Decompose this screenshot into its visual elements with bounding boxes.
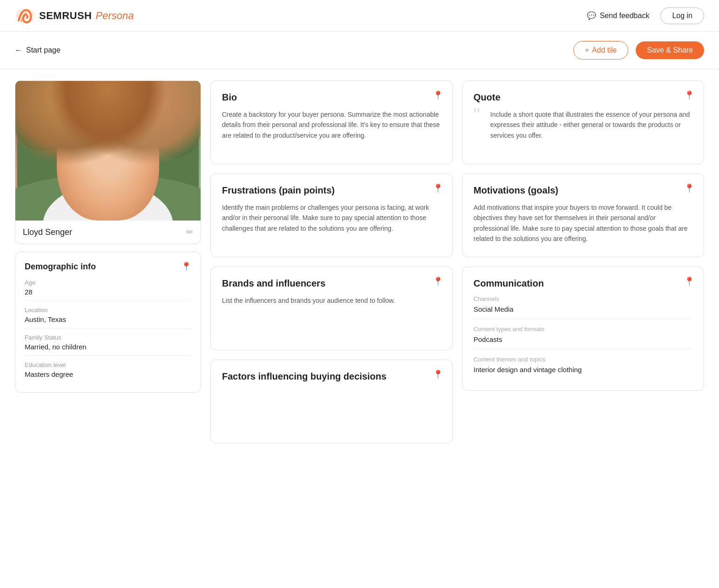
svg-point-5	[94, 207, 98, 211]
factors-hint-icon: 📍	[433, 369, 443, 380]
demographic-card: Demographic info 📍 Age 28 Location Austi…	[15, 252, 201, 393]
brands-text: List the influencers and brands your aud…	[222, 295, 441, 306]
svg-point-10	[68, 107, 148, 176]
add-tile-button[interactable]: + Add tile	[573, 41, 629, 60]
profile-photo	[15, 81, 201, 220]
brands-card: 📍 Brands and influencers List the influe…	[210, 267, 453, 350]
frustrations-card: 📍 Frustrations (pain points) Identify th…	[210, 174, 453, 257]
location-value: Austin, Texas	[25, 315, 191, 323]
demographic-card-header: Demographic info 📍	[25, 261, 191, 272]
motivations-text: Add motivations that inspire your buyers…	[474, 202, 693, 244]
motivations-card: 📍 Motivations (goals) Add motivations th…	[462, 174, 705, 257]
education-label: Education level	[25, 361, 191, 368]
family-label: Family Status	[25, 334, 191, 341]
communication-card: 📍 Communication Channels Social Media Co…	[462, 267, 705, 391]
quote-text: Include a short quote that illustrates t…	[491, 109, 693, 140]
svg-point-15	[91, 160, 102, 169]
motivations-title: Motivations (goals)	[474, 185, 693, 196]
chat-icon: 💬	[587, 11, 596, 20]
svg-point-21	[119, 163, 122, 167]
demographic-age-field: Age 28	[25, 279, 191, 301]
svg-point-3	[43, 183, 173, 220]
start-page-button[interactable]: ← Start page	[15, 46, 60, 54]
logo-text: SEMRUSH	[39, 10, 92, 22]
svg-point-19	[115, 160, 126, 169]
svg-point-25	[15, 86, 68, 151]
send-feedback-label: Send feedback	[600, 12, 650, 20]
motivations-hint-icon: 📍	[684, 183, 694, 194]
svg-point-11	[61, 125, 94, 200]
svg-rect-8	[99, 183, 117, 207]
svg-point-23	[81, 172, 98, 181]
svg-point-26	[150, 97, 201, 158]
age-label: Age	[25, 279, 191, 286]
plus-icon: +	[585, 46, 589, 54]
frustrations-hint-icon: 📍	[433, 183, 443, 194]
svg-point-24	[118, 172, 135, 181]
demographic-hint-icon: 📍	[181, 261, 191, 272]
main-content: Lloyd Senger ✏ Demographic info 📍 Age 28…	[0, 69, 719, 454]
svg-point-16	[93, 161, 100, 168]
education-value: Masters degree	[25, 370, 191, 378]
svg-point-22	[121, 163, 122, 165]
bio-card: 📍 Bio Create a backstory for your buyer …	[210, 80, 453, 164]
svg-point-2	[15, 174, 201, 220]
logo-area: SEMRUSH Persona	[15, 7, 134, 24]
family-value: Married, no children	[25, 343, 191, 351]
logo-persona: Persona	[96, 10, 134, 22]
right-column: 📍 Quote " Include a short quote that ill…	[462, 80, 705, 443]
svg-point-12	[122, 125, 155, 200]
demographic-location-field: Location Austin, Texas	[25, 307, 191, 328]
center-column: 📍 Bio Create a backstory for your buyer …	[210, 80, 453, 443]
svg-point-17	[94, 163, 98, 167]
header: SEMRUSH Persona 💬 Send feedback Log in	[0, 0, 719, 32]
send-feedback-button[interactable]: 💬 Send feedback	[587, 11, 650, 20]
quote-title: Quote	[474, 92, 693, 103]
frustrations-title: Frustrations (pain points)	[222, 185, 441, 196]
demographic-family-field: Family Status Married, no children	[25, 334, 191, 356]
toolbar-right: + Add tile Save & Share	[573, 41, 704, 60]
content-themes-value: Interior design and vintage clothing	[474, 366, 693, 374]
profile-name-row: Lloyd Senger ✏	[15, 220, 201, 244]
factors-card: 📍 Factors influencing buying decisions	[210, 360, 453, 443]
quote-hint-icon: 📍	[684, 90, 694, 100]
channels-label: Channels	[474, 295, 693, 302]
start-page-label: Start page	[26, 46, 60, 54]
frustrations-text: Identify the main problems or challenges…	[222, 202, 441, 234]
edit-pencil-icon[interactable]: ✏	[186, 227, 193, 237]
svg-point-18	[96, 163, 98, 165]
profile-card: Lloyd Senger ✏	[15, 80, 201, 244]
channels-field: Channels Social Media	[474, 295, 693, 319]
login-button[interactable]: Log in	[660, 7, 704, 24]
age-value: 28	[25, 288, 191, 296]
demographic-title: Demographic info	[25, 262, 96, 272]
bio-hint-icon: 📍	[433, 90, 443, 100]
svg-point-9	[73, 127, 143, 207]
bio-title: Bio	[222, 92, 441, 103]
communication-hint-icon: 📍	[684, 276, 694, 287]
svg-point-7	[106, 219, 110, 220]
factors-title: Factors influencing buying decisions	[222, 371, 441, 382]
channels-value: Social Media	[474, 305, 693, 313]
quote-mark-icon: "	[474, 106, 480, 124]
add-tile-label: Add tile	[592, 46, 617, 54]
communication-title: Communication	[474, 278, 693, 289]
svg-point-6	[117, 211, 122, 216]
brands-title: Brands and influencers	[222, 278, 441, 289]
save-share-button[interactable]: Save & Share	[636, 41, 704, 59]
quote-card: 📍 Quote " Include a short quote that ill…	[462, 80, 705, 164]
content-types-field: Content types and formats Podcasts	[474, 326, 693, 349]
svg-point-4	[85, 214, 89, 218]
demographic-education-field: Education level Masters degree	[25, 361, 191, 383]
location-label: Location	[25, 307, 191, 314]
content-types-label: Content types and formats	[474, 326, 693, 333]
svg-point-20	[117, 161, 124, 168]
bio-text: Create a backstory for your buyer person…	[222, 109, 441, 140]
profile-image	[15, 81, 201, 220]
left-column: Lloyd Senger ✏ Demographic info 📍 Age 28…	[15, 80, 201, 443]
content-types-value: Podcasts	[474, 335, 693, 343]
header-right: 💬 Send feedback Log in	[587, 7, 704, 24]
content-themes-field: Content themes and topics Interior desig…	[474, 356, 693, 379]
brands-hint-icon: 📍	[433, 276, 443, 287]
svg-point-13	[85, 114, 122, 165]
